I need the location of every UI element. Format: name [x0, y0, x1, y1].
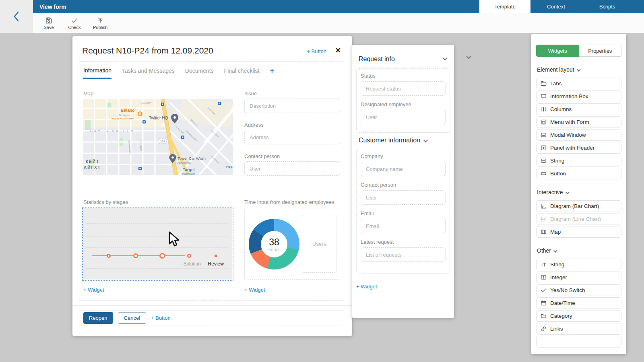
- chevron-down-icon: [553, 249, 557, 253]
- company-label: Company: [361, 153, 446, 159]
- item-label: Category: [550, 313, 572, 319]
- widget-item-button[interactable]: Button: [536, 168, 621, 179]
- chart-gridline: [87, 223, 229, 224]
- designated-employee-label: Designated employee: [361, 101, 446, 107]
- footer-add-button-link[interactable]: + Button: [151, 315, 171, 321]
- customer-info-chevron-icon: [423, 138, 428, 142]
- tab-template[interactable]: Template: [479, 0, 530, 13]
- widget-item-string[interactable]: String: [536, 259, 621, 270]
- save-button[interactable]: Save: [38, 17, 60, 30]
- chart-gridline: [87, 236, 229, 237]
- form-tab-information[interactable]: Information: [83, 67, 111, 79]
- string-icon: [541, 261, 547, 267]
- tab-scripts[interactable]: Scripts: [582, 0, 633, 13]
- widget-item-tabs[interactable]: Tabs: [536, 78, 621, 89]
- item-label: Menu with Form: [550, 119, 589, 125]
- restaurant-pin-icon: [138, 111, 143, 117]
- back-button[interactable]: [0, 0, 33, 33]
- widget-item-yes-no-switch[interactable]: Yes/No Switch: [536, 284, 621, 296]
- chevron-down-icon: [566, 190, 570, 194]
- publish-button[interactable]: Publish: [89, 17, 111, 30]
- menu-with-form-icon: [541, 119, 547, 125]
- widget-item-string-layout[interactable]: String: [536, 155, 621, 167]
- contact-person-input[interactable]: User: [244, 161, 340, 176]
- tab-widgets[interactable]: Widgets: [536, 45, 579, 57]
- form-modal-card: Request N10-P24 from 12.09.2020 + Button…: [72, 36, 352, 336]
- add-widget-link-right[interactable]: + Widget: [244, 287, 265, 293]
- form-tab-tasks[interactable]: Tasks and Messages: [122, 68, 175, 78]
- widget-item-information-box[interactable]: Information Box: [536, 90, 621, 102]
- users-placeholder-box[interactable]: Users: [302, 215, 336, 273]
- check-button[interactable]: Check: [64, 17, 85, 30]
- widget-item-map[interactable]: Map: [536, 226, 621, 238]
- widget-item-menu-with-form[interactable]: Menu with Form: [536, 116, 621, 128]
- cancel-button[interactable]: Cancel: [118, 312, 146, 324]
- tab-context[interactable]: Context: [530, 0, 582, 13]
- form-tab-documents[interactable]: Documents: [185, 68, 214, 78]
- chevron-down-icon: [466, 54, 471, 59]
- add-button-link[interactable]: + Button: [307, 48, 326, 54]
- widget-item-modal-window[interactable]: Modal Window: [536, 129, 621, 141]
- widget-item-columns[interactable]: Columns: [536, 103, 621, 115]
- svg-text:Автомойка: Автомойка: [178, 161, 191, 164]
- interactive-list: Diagram (Bar Chart) Diagram (Line Chart)…: [536, 200, 621, 238]
- stats-widget-label: Statistics by stages: [83, 199, 128, 205]
- reopen-button[interactable]: Reopen: [83, 312, 113, 324]
- time-input-widget-label: Time input from designated employees: [244, 199, 334, 205]
- panel-with-header-icon: [541, 145, 547, 151]
- highway-101-shield: 101: [159, 138, 166, 144]
- customer-information-header[interactable]: Customer information: [359, 137, 427, 144]
- back-chevron-icon: [11, 10, 22, 23]
- email-input[interactable]: Email: [361, 219, 446, 233]
- widget-item-integer[interactable]: Integer: [536, 272, 621, 283]
- line-chart-x-label: Solution: [183, 261, 200, 267]
- widget-item-date-time[interactable]: Date/Time: [536, 297, 621, 309]
- panel-add-widget-link[interactable]: + Widget: [356, 284, 377, 290]
- svg-text:итальянской кухни: итальянской кухни: [111, 117, 134, 120]
- item-label: Tabs: [550, 80, 562, 86]
- save-icon: [45, 17, 52, 24]
- contact-person-input[interactable]: User: [361, 190, 446, 205]
- group-interactive[interactable]: Interactive: [537, 189, 621, 195]
- status-input[interactable]: Request status: [361, 81, 446, 96]
- info-panel-card: Request info Status Request status Desig…: [352, 45, 454, 318]
- group-other[interactable]: Other: [537, 247, 621, 254]
- line-chart-x-label: Review: [208, 261, 224, 267]
- latest-request-input[interactable]: List of requests: [361, 247, 446, 262]
- widget-item-category[interactable]: Category: [536, 310, 621, 322]
- widget-item-links[interactable]: Links: [536, 323, 621, 335]
- element-layout-title: Element layout: [537, 66, 574, 73]
- widget-item-panel-with-header[interactable]: Panel with Header: [536, 142, 621, 154]
- address-input[interactable]: Address: [244, 130, 340, 144]
- add-widget-link-left[interactable]: + Widget: [83, 287, 104, 293]
- widget-item-diagram-bar[interactable]: Diagram (Bar Chart): [536, 200, 621, 212]
- item-label: Button: [550, 171, 566, 177]
- map-widget-label: Map: [83, 90, 93, 97]
- tab-properties[interactable]: Properties: [579, 45, 622, 57]
- status-label: Status: [361, 73, 446, 79]
- issue-input[interactable]: Description: [244, 99, 340, 113]
- interactive-title: Interactive: [537, 189, 563, 195]
- line-chart-line: [92, 255, 184, 256]
- svg-text:HAYES VALLEY: HAYES VALLEY: [90, 129, 134, 133]
- save-label: Save: [43, 25, 54, 30]
- group-element-layout[interactable]: Element layout: [537, 66, 621, 73]
- svg-text:Target: Target: [183, 168, 195, 172]
- button-icon: [541, 171, 547, 177]
- widget-item-diagram-line[interactable]: Diagram (Line Chart): [536, 213, 621, 225]
- check-icon: [541, 287, 547, 293]
- close-icon[interactable]: ✕: [335, 46, 341, 55]
- request-info-chevron-icon[interactable]: [443, 56, 447, 60]
- svg-text:Ресторан: Ресторан: [119, 114, 130, 117]
- map-widget[interactable]: 101 a Mano Ресторан итальянской кухни Tw…: [83, 99, 233, 175]
- designated-employee-input[interactable]: User: [361, 110, 446, 124]
- chart-gridline: [87, 247, 229, 248]
- customer-information-group: Company Company name Contact person User…: [356, 149, 450, 274]
- line-chart-widget[interactable]: SolutionReview: [83, 208, 232, 280]
- line-chart-marker: [107, 254, 111, 258]
- company-input[interactable]: Company name: [361, 162, 446, 176]
- item-label: Map: [550, 229, 561, 235]
- widget-item-empty: [536, 336, 621, 348]
- request-info-header[interactable]: Request info: [359, 56, 395, 63]
- donut-chart-widget[interactable]: 38 hours Users: [244, 208, 340, 280]
